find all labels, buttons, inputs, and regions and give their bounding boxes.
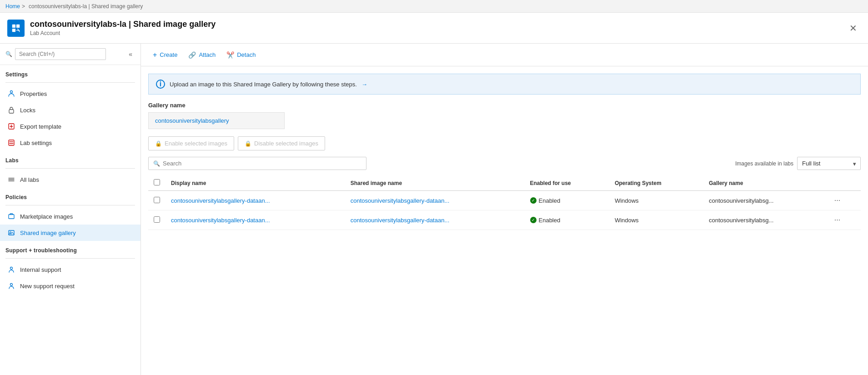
attach-label: Attach: [199, 51, 216, 58]
gallery-name-value[interactable]: contosouniversitylabsgallery: [148, 112, 285, 129]
detach-button[interactable]: ✂️ Detach: [222, 49, 260, 61]
sidebar-item-export-template[interactable]: Export template: [0, 118, 140, 135]
breadcrumb: Home > contosouniversitylabs-la | Shared…: [0, 0, 868, 13]
svg-rect-4: [9, 110, 14, 113]
row-shared-image-name-0[interactable]: contosouniversitylabsgallery-dataan...: [345, 191, 525, 210]
detach-label: Detach: [237, 51, 256, 58]
row-display-name-1[interactable]: contosouniversitylabsgallery-dataan...: [166, 210, 345, 230]
search-input[interactable]: [163, 160, 361, 167]
internal-support-icon: [7, 265, 15, 274]
svg-point-9: [10, 232, 11, 233]
sidebar-item-label-internal-support: Internal support: [20, 266, 61, 273]
row-checkbox-1[interactable]: [154, 216, 160, 223]
row-checkbox-0[interactable]: [154, 197, 160, 203]
row-more-0: ···: [827, 191, 861, 210]
close-button[interactable]: ✕: [846, 21, 861, 35]
row-gallery-0: contosouniversitylabsg...: [703, 191, 827, 210]
search-icon: 🔍: [5, 51, 12, 57]
info-icon: i: [156, 80, 165, 89]
table-row: contosouniversitylabsgallery-dataan... c…: [148, 210, 861, 230]
section-labs-label: Labs: [0, 151, 140, 165]
collapse-button[interactable]: «: [126, 50, 135, 59]
sidebar-item-all-labs[interactable]: All labs: [0, 171, 140, 188]
svg-point-3: [10, 91, 13, 93]
all-labs-icon: [7, 175, 15, 184]
sidebar-item-label-marketplace: Marketplace images: [20, 213, 73, 220]
disable-lock-icon: 🔒: [245, 140, 251, 147]
svg-rect-6: [9, 140, 14, 145]
images-section: 🔒 Enable selected images 🔒 Disable selec…: [141, 129, 868, 237]
gallery-field-label: Gallery name: [148, 102, 861, 109]
row-display-name-0[interactable]: contosouniversitylabsgallery-dataan...: [166, 191, 345, 210]
enable-images-button[interactable]: 🔒 Enable selected images: [148, 136, 234, 150]
row-more-button-1[interactable]: ···: [833, 215, 842, 225]
row-checkbox-cell-1: [148, 210, 166, 230]
action-bar: 🔒 Enable selected images 🔒 Disable selec…: [148, 136, 861, 150]
sidebar-item-label-locks: Locks: [20, 107, 35, 114]
enable-btn-label: Enable selected images: [165, 140, 227, 147]
select-all-header: [148, 175, 166, 191]
sidebar-item-shared-image-gallery[interactable]: Shared image gallery: [0, 225, 140, 241]
create-icon: +: [153, 51, 157, 59]
page-title: contosouniversitylabs-la | Shared image …: [30, 20, 216, 29]
enabled-label-1: Enabled: [539, 217, 561, 224]
sidebar-item-lab-settings[interactable]: Lab settings: [0, 135, 140, 151]
sidebar-item-label-properties: Properties: [20, 90, 47, 97]
images-table: Display name Shared image name Enabled f…: [148, 175, 861, 230]
row-enabled-1: ✓ Enabled: [525, 210, 609, 230]
filter-select[interactable]: Full list Enabled only Disabled only: [797, 157, 861, 170]
section-labs-divider: [5, 168, 135, 169]
row-gallery-1: contosouniversitylabsg...: [703, 210, 827, 230]
row-shared-image-name-1[interactable]: contosouniversitylabsgallery-dataan...: [345, 210, 525, 230]
sidebar-item-properties[interactable]: Properties: [0, 85, 140, 102]
filter-group: Images available in labs Full list Enabl…: [735, 157, 861, 170]
svg-rect-8: [9, 230, 14, 235]
row-more-1: ···: [827, 210, 861, 230]
sidebar-item-new-support-request[interactable]: New support request: [0, 278, 140, 294]
sidebar-item-label-lab-settings: Lab settings: [20, 140, 52, 146]
section-policies-divider: [5, 205, 135, 205]
info-link[interactable]: →: [361, 81, 367, 88]
header-text: contosouniversitylabs-la | Shared image …: [30, 20, 216, 36]
breadcrumb-current: contosouniversitylabs-la | Shared image …: [29, 3, 143, 10]
svg-point-11: [10, 284, 13, 286]
section-settings-divider: [5, 82, 135, 83]
sidebar-search-input[interactable]: [15, 48, 106, 60]
filter-label: Images available in labs: [735, 160, 793, 167]
lock-icon: [7, 106, 15, 114]
support-request-icon: [7, 282, 15, 290]
resource-icon: [7, 20, 25, 37]
page-header: contosouniversitylabs-la | Shared image …: [0, 13, 868, 44]
properties-icon: [7, 90, 15, 98]
filter-select-wrapper: Full list Enabled only Disabled only: [797, 157, 861, 170]
sidebar-item-locks[interactable]: Locks: [0, 102, 140, 118]
sidebar-item-marketplace-images[interactable]: Marketplace images: [0, 208, 140, 225]
svg-rect-0: [12, 24, 15, 27]
info-text: Upload an image to this Shared Image Gal…: [170, 81, 357, 88]
disable-images-button[interactable]: 🔒 Disable selected images: [238, 136, 325, 150]
enabled-label-0: Enabled: [539, 197, 561, 204]
marketplace-icon: [7, 212, 15, 220]
select-all-checkbox[interactable]: [154, 179, 160, 185]
info-banner: i Upload an image to this Shared Image G…: [148, 74, 861, 95]
breadcrumb-home[interactable]: Home: [5, 3, 20, 10]
sidebar-item-label-export: Export template: [20, 123, 61, 130]
main-layout: 🔍 « Settings Properties Locks Export tem…: [0, 44, 868, 375]
section-settings-label: Settings: [0, 65, 140, 80]
lab-account-icon: [11, 23, 21, 33]
attach-button[interactable]: 🔗 Attach: [184, 49, 220, 61]
create-button[interactable]: + Create: [148, 48, 182, 62]
section-policies-label: Policies: [0, 188, 140, 202]
row-more-button-0[interactable]: ···: [833, 195, 842, 205]
main-content: + Create 🔗 Attach ✂️ Detach i Upload an …: [141, 44, 868, 375]
row-os-1: Windows: [609, 210, 703, 230]
col-shared-image-name: Shared image name: [345, 175, 525, 191]
sidebar-item-label-new-support: New support request: [20, 283, 75, 290]
main-toolbar: + Create 🔗 Attach ✂️ Detach: [141, 44, 868, 66]
row-enabled-0: ✓ Enabled: [525, 191, 609, 210]
sidebar-item-internal-support[interactable]: Internal support: [0, 261, 140, 278]
gallery-icon: [7, 229, 15, 237]
page-subtitle: Lab Account: [30, 30, 216, 36]
sidebar-item-label-all-labs: All labs: [20, 176, 39, 183]
enabled-dot-1: ✓: [530, 217, 537, 223]
